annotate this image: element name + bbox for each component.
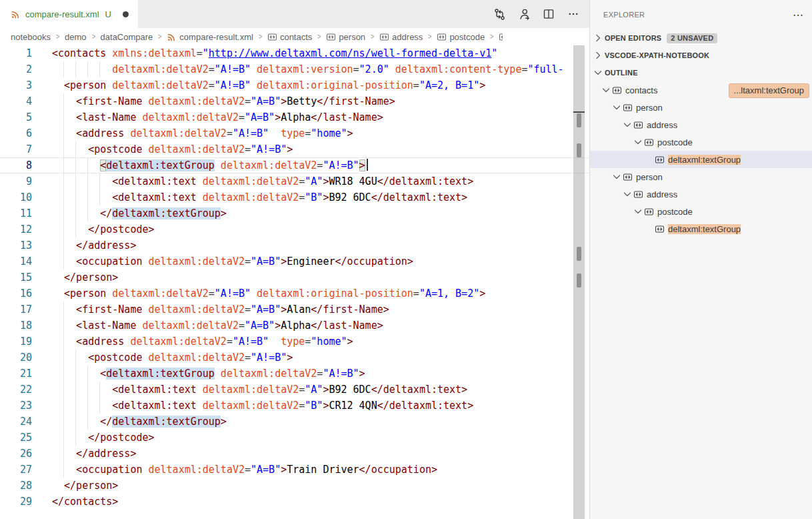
breadcrumb-item[interactable]: contacts [267, 32, 312, 42]
outline-item-person[interactable]: person [590, 99, 812, 116]
code-line[interactable]: 27<occupation deltaxml:deltaV2="A=B">Tra… [0, 462, 589, 478]
line-number[interactable]: 6 [0, 125, 32, 141]
line-number[interactable]: 9 [0, 173, 32, 189]
line-number[interactable]: 27 [0, 462, 32, 478]
breadcrumb-item[interactable] [499, 32, 503, 42]
line-number[interactable]: 23 [0, 398, 32, 414]
line-number[interactable]: 5 [0, 109, 32, 125]
line-number[interactable]: 22 [0, 382, 32, 398]
line-content: </address> [52, 446, 569, 462]
breadcrumb-label: contacts [280, 32, 312, 42]
line-number[interactable]: 19 [0, 334, 32, 350]
editor-scrollbar[interactable] [573, 45, 585, 519]
code-line[interactable]: 23<deltaxml:text deltaxml:deltaV2="B">CR… [0, 398, 589, 414]
code-line[interactable]: 25</postcode> [0, 430, 589, 446]
outline-item-label: postcode [657, 207, 693, 217]
code-line[interactable]: 17<first-Name deltaxml:deltaV2="A=B">Ala… [0, 302, 589, 318]
outline-item-postcode[interactable]: postcode [590, 203, 812, 220]
code-line[interactable]: 26</address> [0, 446, 589, 462]
code-line[interactable]: 18<last-Name deltaxml:deltaV2="A=B">Alph… [0, 318, 589, 334]
breadcrumb-item[interactable]: compare-result.xml [167, 32, 253, 42]
line-number[interactable]: 7 [0, 141, 32, 157]
line-number[interactable]: 20 [0, 350, 32, 366]
open-changes-icon[interactable] [493, 7, 506, 21]
code-line[interactable]: 2deltaxml:deltaV2="A!=B" deltaxml:versio… [0, 61, 589, 77]
code-line[interactable]: 9<deltaxml:text deltaxml:deltaV2="A">WR1… [0, 173, 589, 189]
code-line[interactable]: 15</person> [0, 270, 589, 286]
breadcrumb: notebooks>demo>dataCompare> compare-resu… [0, 28, 589, 45]
line-number[interactable]: 2 [0, 61, 32, 77]
line-number[interactable]: 4 [0, 93, 32, 109]
outline-item-deltaxml-textgroup[interactable]: deltaxml:textGroup [590, 220, 812, 237]
line-number[interactable]: 28 [0, 478, 32, 494]
breadcrumb-label: person [339, 32, 365, 42]
line-number[interactable]: 11 [0, 205, 32, 221]
breadcrumb-item[interactable]: dataCompare [101, 32, 153, 42]
sidebar-section-open-editors[interactable]: OPEN EDITORS2 UNSAVED [590, 29, 812, 47]
code-line[interactable]: 8<deltaxml:textGroup deltaxml:deltaV2="A… [0, 157, 589, 173]
tab-compare-result[interactable]: compare-result.xml U [0, 0, 138, 28]
accessibility-icon[interactable] [517, 7, 531, 21]
code-line[interactable]: 4<first-Name deltaxml:deltaV2="A=B">Bett… [0, 93, 589, 109]
breadcrumb-separator: > [371, 32, 375, 41]
more-actions-icon[interactable] [567, 7, 580, 21]
tab-label: compare-result.xml [25, 9, 99, 19]
line-number[interactable]: 13 [0, 237, 32, 253]
code-line[interactable]: 11</deltaxml:textGroup> [0, 205, 589, 221]
line-number[interactable]: 18 [0, 318, 32, 334]
sidebar-section-vscode-xpath-notebook[interactable]: VSCODE-XPATH-NOTEBOOK [590, 47, 812, 64]
sidebar-more-actions-icon[interactable]: ⋯ [793, 9, 804, 21]
code-line[interactable]: 16<person deltaxml:deltaV2="A!=B" deltax… [0, 286, 589, 302]
breadcrumb-item[interactable]: address [379, 32, 423, 42]
line-number[interactable]: 25 [0, 430, 32, 446]
modified-dot-icon[interactable] [123, 11, 129, 17]
line-number[interactable]: 12 [0, 221, 32, 237]
code-line[interactable]: 12</postcode> [0, 221, 589, 237]
line-number[interactable]: 24 [0, 414, 32, 430]
code-line[interactable]: 6<address deltaxml:deltaV2="A!=B" type="… [0, 125, 589, 141]
line-number[interactable]: 17 [0, 302, 32, 318]
code-line[interactable]: 3<person deltaxml:deltaV2="A!=B" deltaxm… [0, 77, 589, 93]
outline-item-postcode[interactable]: postcode [590, 133, 812, 151]
code-editor[interactable]: 1<contacts xmlns:deltaxml="http://www.de… [0, 45, 589, 519]
line-number[interactable]: 29 [0, 494, 32, 510]
line-number[interactable]: 21 [0, 366, 32, 382]
line-number[interactable]: 14 [0, 253, 32, 270]
code-line[interactable]: 21<deltaxml:textGroup deltaxml:deltaV2="… [0, 366, 589, 382]
breadcrumb-item[interactable]: person [326, 32, 365, 42]
code-line[interactable]: 19<address deltaxml:deltaV2="A!=B" type=… [0, 334, 589, 350]
outline-item-address[interactable]: address [590, 185, 812, 203]
outline-item-address[interactable]: address [590, 116, 812, 133]
line-number[interactable]: 15 [0, 270, 32, 286]
code-line[interactable]: 29</contacts> [0, 494, 589, 510]
section-label: VSCODE-XPATH-NOTEBOOK [605, 51, 709, 59]
xml-element-symbol-icon [611, 85, 622, 95]
code-line[interactable]: 13</address> [0, 237, 589, 253]
xml-element-symbol-icon [654, 154, 665, 165]
line-content: <first-Name deltaxml:deltaV2="A=B">Betty… [52, 93, 569, 109]
outline-item-deltaxml-textgroup[interactable]: deltaxml:textGroup [590, 151, 812, 168]
code-line[interactable]: 22<deltaxml:text deltaxml:deltaV2="A">B9… [0, 382, 589, 398]
breadcrumb-item[interactable]: demo [65, 32, 87, 42]
code-line[interactable]: 20<postcode deltaxml:deltaV2="A!=B"> [0, 350, 589, 366]
sidebar-section-outline[interactable]: OUTLINE [590, 64, 812, 81]
split-editor-icon[interactable] [542, 7, 555, 21]
line-number[interactable]: 8 [0, 157, 32, 173]
outline-item-person[interactable]: person [590, 168, 812, 185]
code-line[interactable]: 5<last-Name deltaxml:deltaV2="A=B">Alpha… [0, 109, 589, 125]
code-line[interactable]: 1<contacts xmlns:deltaxml="http://www.de… [0, 45, 589, 61]
breadcrumb-item[interactable]: notebooks [11, 32, 51, 42]
code-line[interactable]: 10<deltaxml:text deltaxml:deltaV2="B">B9… [0, 189, 589, 205]
line-number[interactable]: 1 [0, 45, 32, 61]
code-line[interactable]: 28</person> [0, 478, 589, 494]
line-number[interactable]: 26 [0, 446, 32, 462]
line-content: </contacts> [52, 494, 569, 510]
line-number[interactable]: 3 [0, 77, 32, 93]
line-content: <postcode deltaxml:deltaV2="A!=B"> [52, 350, 569, 366]
code-line[interactable]: 24</deltaxml:textGroup> [0, 414, 589, 430]
code-line[interactable]: 14<occupation deltaxml:deltaV2="A=B">Eng… [0, 253, 589, 270]
breadcrumb-item[interactable]: postcode [437, 32, 485, 42]
line-number[interactable]: 10 [0, 189, 32, 205]
line-number[interactable]: 16 [0, 286, 32, 302]
code-line[interactable]: 7<postcode deltaxml:deltaV2="A!=B"> [0, 141, 589, 157]
